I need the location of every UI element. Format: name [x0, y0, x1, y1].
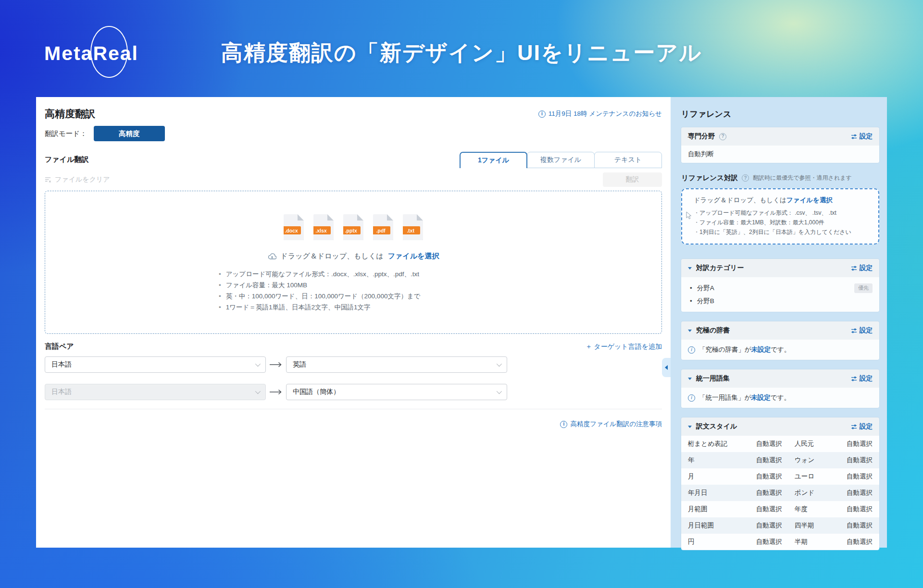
- target-language-select-1[interactable]: 英語: [286, 356, 507, 373]
- tune-icon: [851, 134, 857, 140]
- upload-rule: ファイル容量：最大 100MB: [219, 280, 488, 291]
- sidebar-collapse-handle[interactable]: [662, 358, 671, 377]
- glossary-status: i 「統一用語集」が未設定です。: [688, 392, 873, 404]
- category-card: 対訳カテゴリー 設定 分野A 優先 分野B: [681, 259, 879, 312]
- upload-rules-list: アップロード可能なファイル形式：.docx、.xlsx、.pptx、.pdf、.…: [219, 269, 488, 313]
- chevron-down-icon: [497, 389, 502, 394]
- style-row: 年自動選択ウォン自動選択: [681, 452, 879, 468]
- style-row: 円自動選択半期自動選択: [681, 534, 879, 550]
- glossary-settings-button[interactable]: 設定: [851, 374, 873, 383]
- caret-down-icon: [688, 426, 692, 428]
- file-dropzone[interactable]: .docx .xlsx .pptx .pdf .txt ドラッグ＆ドロップ、もし…: [45, 191, 662, 334]
- select-file-link[interactable]: ファイルを選択: [388, 252, 439, 261]
- dictionary-status: i 「究極の辞書」が未設定です。: [688, 344, 873, 355]
- dictionary-card-header[interactable]: 究極の辞書 設定: [681, 321, 879, 340]
- chevron-down-icon: [255, 389, 261, 394]
- upload-cloud-icon: [268, 253, 276, 260]
- tune-icon: [851, 376, 857, 382]
- language-pair-label: 言語ペア: [45, 342, 74, 351]
- tune-icon: [851, 265, 857, 271]
- style-label: 訳文スタイル: [696, 422, 737, 431]
- help-icon[interactable]: ?: [719, 133, 726, 140]
- reference-pairs-hint: 翻訳時に最優先で参照・適用されます: [753, 174, 852, 182]
- reference-sidebar: リファレンス 専門分野 ? 設定 自動判断 リファレンス対訳 ? 翻訳時に最優先…: [671, 97, 887, 548]
- glossary-card: 統一用語集 設定 i 「統一用語集」が未設定です。: [681, 369, 879, 408]
- help-icon[interactable]: ?: [742, 174, 749, 182]
- specialty-settings-button[interactable]: 設定: [851, 132, 873, 141]
- add-target-language-link[interactable]: ＋ ターゲット言語を追加: [585, 343, 662, 351]
- style-settings-button[interactable]: 設定: [851, 422, 873, 431]
- reference-rule: ファイル容量：最大1MB、対訳数：最大1,000件: [694, 218, 851, 227]
- translate-button[interactable]: 翻訳: [603, 172, 662, 187]
- reference-rules-list: アップロード可能なファイル形式： .csv、 .tsv、 .txt ファイル容量…: [694, 208, 851, 237]
- reference-rule: 1列目に「英語」、2列目に「日本語」を入力してください: [694, 227, 851, 237]
- category-settings-button[interactable]: 設定: [851, 264, 873, 272]
- category-item: 分野B: [688, 294, 873, 307]
- caret-down-icon: [688, 378, 692, 380]
- style-row: 月日範囲自動選択四半期自動選択: [681, 517, 879, 534]
- file-type-icons: .docx .xlsx .pptx .pdf .txt: [45, 214, 661, 240]
- banner-title: 高精度翻訳の「新デザイン」UIをリニューアル: [0, 38, 923, 67]
- sidebar-title: リファレンス: [681, 109, 879, 120]
- dictionary-settings-button[interactable]: 設定: [851, 326, 873, 335]
- glossary-label: 統一用語集: [696, 374, 730, 383]
- category-card-header[interactable]: 対訳カテゴリー 設定: [681, 259, 879, 277]
- chevron-down-icon: [497, 361, 502, 367]
- glossary-card-header[interactable]: 統一用語集 設定: [681, 369, 879, 388]
- dictionary-label: 究極の辞書: [696, 326, 730, 335]
- upload-rule: 1ワード＝英語1単語、日本語2文字、中国語1文字: [219, 302, 488, 313]
- clear-files-button[interactable]: ファイルをクリア: [45, 175, 110, 184]
- priority-badge: 優先: [854, 283, 873, 293]
- reference-pairs-label: リファレンス対訳: [681, 173, 738, 183]
- txt-file-icon: .txt: [403, 214, 423, 240]
- chevron-down-icon: [255, 361, 261, 367]
- tab-text[interactable]: テキスト: [594, 152, 662, 168]
- tab-single-file[interactable]: 1ファイル: [460, 152, 527, 168]
- info-icon: i: [560, 421, 567, 428]
- style-row: 月自動選択ユーロ自動選択: [681, 468, 879, 485]
- app-window: 高精度翻訳 i 11月9日 18時 メンテナンスのお知らせ 翻訳モード： 高精度…: [36, 97, 887, 548]
- file-translation-label: ファイル翻訳: [45, 155, 88, 164]
- pptx-file-icon: .pptx: [343, 214, 363, 240]
- style-row: 年月日自動選択ポンド自動選択: [681, 485, 879, 501]
- source-language-select-2: 日本語: [45, 384, 266, 400]
- info-icon: i: [688, 346, 695, 354]
- caret-down-icon: [688, 267, 692, 270]
- caret-down-icon: [688, 330, 692, 332]
- category-item: 分野A 優先: [688, 282, 873, 294]
- reference-select-file-link[interactable]: ファイルを選択: [786, 196, 833, 204]
- style-card: 訳文スタイル 設定 桁まとめ表記自動選択人民元自動選択 年自動選択ウォン自動選択…: [681, 417, 879, 550]
- upload-rule: 英・中：100,000ワード、日：100,000ワード（200,000文字）まで: [219, 291, 488, 302]
- tab-multiple-files[interactable]: 複数ファイル: [527, 152, 595, 168]
- source-language-select-1[interactable]: 日本語: [45, 356, 266, 373]
- info-icon: i: [538, 110, 546, 118]
- specialty-label: 専門分野: [688, 132, 715, 141]
- docx-file-icon: .docx: [284, 214, 304, 240]
- style-table: 桁まとめ表記自動選択人民元自動選択 年自動選択ウォン自動選択 月自動選択ユーロ自…: [681, 436, 879, 550]
- divider: [45, 409, 662, 409]
- tune-icon: [851, 328, 857, 334]
- mode-label: 翻訳モード：: [45, 129, 87, 138]
- reference-rule: アップロード可能なファイル形式： .csv、 .tsv、 .txt: [694, 208, 851, 218]
- style-row: 桁まとめ表記自動選択人民元自動選択: [681, 436, 879, 452]
- pdf-file-icon: .pdf: [373, 214, 393, 240]
- tune-icon: [851, 424, 857, 430]
- target-language-select-2[interactable]: 中国語（簡体）: [286, 384, 507, 400]
- info-icon: i: [688, 394, 695, 402]
- mode-button[interactable]: 高精度: [94, 126, 165, 141]
- file-translation-notes-link[interactable]: i 高精度ファイル翻訳の注意事項: [560, 420, 662, 429]
- specialty-card: 専門分野 ? 設定 自動判断: [681, 127, 879, 163]
- upload-rule: アップロード可能なファイル形式：.docx、.xlsx、.pptx、.pdf、.…: [219, 269, 488, 280]
- clear-files-icon: [45, 176, 51, 183]
- style-row: 月範囲自動選択年度自動選択: [681, 501, 879, 517]
- specialty-value: 自動判断: [681, 146, 879, 163]
- reference-dropzone[interactable]: file ドラッグ＆ドロップ、もしくはファイルを選択 アップロード可能なファイル…: [681, 188, 879, 245]
- file-tabs: 1ファイル 複数ファイル テキスト: [460, 152, 662, 168]
- category-label: 対訳カテゴリー: [696, 264, 744, 272]
- style-card-header[interactable]: 訳文スタイル 設定: [681, 417, 879, 436]
- xlsx-file-icon: .xlsx: [313, 214, 334, 240]
- maintenance-notice-link[interactable]: i 11月9日 18時 メンテナンスのお知らせ: [538, 110, 662, 118]
- drop-prompt-text: ドラッグ＆ドロップ、もしくは: [281, 252, 384, 261]
- top-banner: MetaReal 高精度翻訳の「新デザイン」UIをリニューアル: [0, 0, 923, 89]
- maintenance-notice-text: 11月9日 18時 メンテナンスのお知らせ: [549, 110, 662, 118]
